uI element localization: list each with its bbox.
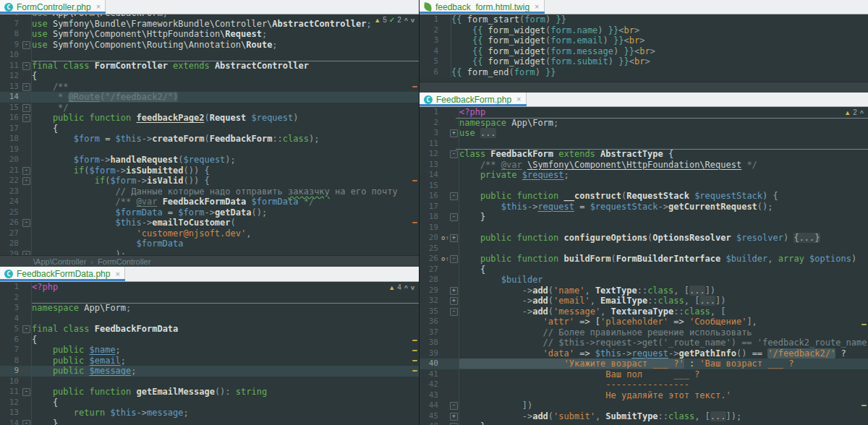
tab-feedbackformdata-php[interactable]: C FeedbackFormData.php ×: [0, 267, 125, 281]
error-stripe-mark[interactable]: [412, 222, 417, 223]
code-line: 1{{ form_start(form) }}: [420, 14, 868, 25]
override-method-icon[interactable]: o↑: [441, 235, 449, 241]
breadcrumb-item[interactable]: \App\Controller: [33, 257, 86, 266]
error-stripe-mark[interactable]: [412, 180, 417, 181]
fold-column: -: [22, 113, 31, 124]
prev-issue-icon[interactable]: ^: [860, 109, 864, 116]
gutter: 4: [420, 46, 451, 57]
code-text: ->add('message', TextareaType::class, [: [459, 306, 868, 317]
code-text: use Symfony\Component\Routing\Annotation…: [32, 40, 419, 51]
fold-marker[interactable]: -: [22, 41, 30, 49]
fold-marker[interactable]: -: [22, 420, 30, 425]
tab-formcontroller-php[interactable]: C FormController.php ×: [0, 0, 106, 14]
gutter: 12: [0, 71, 32, 82]
fold-marker[interactable]: -: [22, 325, 30, 333]
inspection-widget[interactable]: ▲4 ^ v: [388, 283, 414, 291]
gutter: 45+: [420, 411, 459, 422]
code-editor[interactable]: 6use App\Form\FeedbackForm;7use Symfony\…: [0, 14, 419, 255]
prev-issue-icon[interactable]: ^: [404, 284, 408, 291]
fold-marker[interactable]: +: [450, 413, 458, 421]
fold-column: +: [449, 233, 459, 244]
fold-marker[interactable]: -: [22, 83, 30, 91]
gutter: 40: [420, 359, 459, 369]
gutter: 17: [420, 202, 459, 212]
line-number: 8: [0, 29, 22, 40]
gutter: 5-: [0, 324, 32, 335]
fold-marker[interactable]: -: [450, 192, 458, 200]
error-stripe-mark[interactable]: [412, 370, 417, 372]
error-stripe-mark[interactable]: [861, 405, 867, 406]
code-text: // Более правильное решение использовать: [459, 327, 868, 338]
fold-marker[interactable]: -: [22, 114, 30, 122]
fold-marker[interactable]: +: [450, 287, 458, 295]
tab-feedbackform-php[interactable]: C FeedbackForm.php ×: [420, 93, 527, 106]
fold-marker[interactable]: -: [22, 177, 30, 185]
gutter: 18-: [420, 212, 459, 223]
fold-marker[interactable]: -: [450, 213, 458, 221]
line-number: 14: [0, 92, 22, 103]
inspection-widget[interactable]: ▲2 ^: [844, 108, 864, 116]
code-text: public function __construct(RequestStack…: [459, 191, 868, 202]
close-icon[interactable]: ×: [535, 3, 539, 11]
code-text: {{ form_end(form) }}: [451, 67, 868, 78]
fold-marker[interactable]: -: [450, 308, 458, 316]
line-number: 10: [0, 377, 22, 387]
error-stripe-mark[interactable]: [412, 360, 417, 361]
fold-marker[interactable]: -: [22, 167, 30, 175]
fold-marker[interactable]: -: [450, 255, 458, 263]
gutter: 20: [0, 155, 32, 166]
close-icon[interactable]: ×: [516, 95, 521, 103]
error-stripe-mark[interactable]: [412, 350, 417, 351]
code-text: namespace App\Form;: [459, 118, 868, 129]
fold-marker[interactable]: +: [450, 129, 458, 137]
code-text: <?php: [32, 282, 419, 293]
error-stripe-mark[interactable]: [861, 324, 867, 325]
code-editor[interactable]: 1{{ form_start(form) }}2 {{ form_widget(…: [420, 14, 868, 82]
code-editor[interactable]: 1<?php2namespace App\Form;3+use ...1112-…: [420, 107, 868, 425]
inspection-widget[interactable]: ▲5 ✓2 ^ v: [374, 16, 414, 24]
line-number: 25: [420, 244, 441, 254]
gutter: 16-: [420, 191, 459, 202]
error-stripe-mark[interactable]: [412, 86, 417, 87]
prev-issue-icon[interactable]: ^: [404, 17, 408, 24]
code-text: [32, 377, 419, 387]
close-icon[interactable]: ×: [115, 270, 119, 278]
code-text: {{ form_widget(form.name) }}<br>: [451, 25, 868, 36]
next-issue-icon[interactable]: v: [411, 284, 414, 291]
close-icon[interactable]: ×: [96, 3, 101, 11]
code-text: [459, 244, 868, 254]
fold-marker[interactable]: +: [450, 297, 458, 305]
breadcrumb-item[interactable]: FormController: [98, 257, 150, 266]
override-method-icon[interactable]: o↑: [441, 256, 449, 262]
fold-column: -: [22, 176, 31, 186]
line-number: 17: [420, 202, 441, 212]
php-class-icon: C: [4, 3, 13, 12]
tab-feedback-form-twig[interactable]: feedback_form.html.twig ×: [420, 0, 545, 14]
gutter: 28: [420, 275, 459, 286]
code-line: 26- $this->emailToCustomer(: [0, 218, 419, 228]
fold-marker[interactable]: +: [450, 234, 458, 242]
fold-marker[interactable]: -: [22, 251, 30, 256]
fold-marker[interactable]: -: [22, 219, 30, 227]
code-text: */: [32, 103, 419, 113]
editor-pane-formcontroller: C FormController.php × 6use App\Form\Fee…: [0, 0, 419, 267]
error-stripe-mark[interactable]: [412, 340, 417, 341]
code-text: /** @var \Symfony\Component\HttpFoundati…: [459, 160, 868, 171]
next-issue-icon[interactable]: v: [411, 17, 414, 24]
fold-marker[interactable]: -: [22, 104, 30, 112]
code-text: {: [32, 398, 419, 408]
code-text: use ...: [459, 128, 868, 139]
code-line: 1<?php: [0, 282, 419, 293]
code-line: 7use Symfony\Bundle\FrameworkBundle\Cont…: [0, 19, 419, 30]
code-line: 39 'data' => $this->request->getPathInfo…: [420, 348, 868, 359]
editor-pane-twig-template: feedback_form.html.twig × 1{{ form_start…: [420, 0, 868, 93]
fold-marker[interactable]: -: [22, 388, 30, 396]
code-text: 'data' => $this->request->getPathInfo() …: [459, 348, 868, 359]
fold-marker[interactable]: -: [450, 150, 458, 158]
line-number: 16: [420, 191, 441, 202]
fold-marker[interactable]: -: [22, 62, 30, 70]
code-editor[interactable]: 1<?php23namespace App\Form;45-final clas…: [0, 282, 419, 425]
code-text: $form->handleRequest($request);: [32, 155, 419, 166]
gutter: 21-: [0, 166, 32, 176]
fold-marker[interactable]: -: [450, 402, 458, 410]
